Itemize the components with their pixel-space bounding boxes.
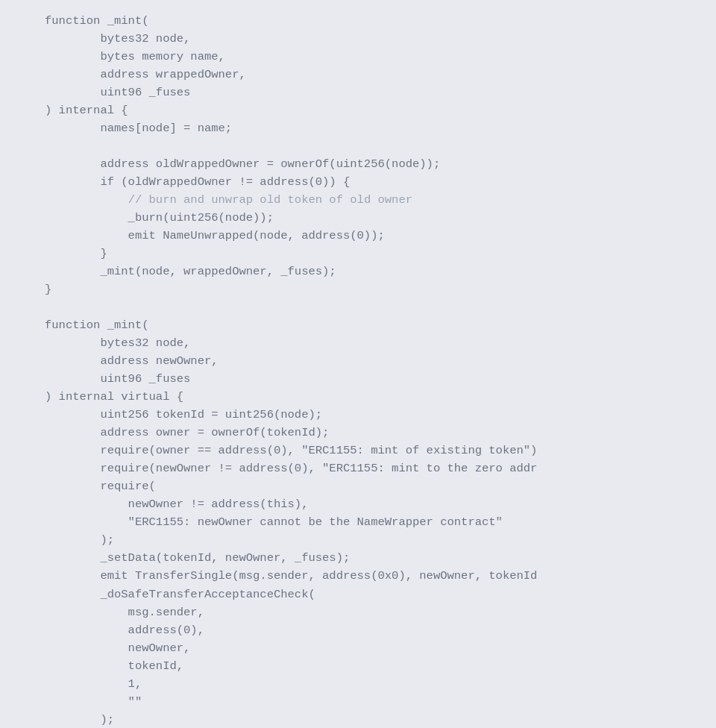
line-35: address(0), xyxy=(45,624,204,637)
line-33: _doSafeTransferAcceptanceCheck( xyxy=(45,588,315,601)
line-18: function _mint( xyxy=(45,318,149,332)
line-26: require(newOwner != address(0), "ERC1155… xyxy=(45,462,537,475)
code-block: function _mint( bytes32 node, bytes memo… xyxy=(45,12,701,728)
line-37: tokenId, xyxy=(45,659,183,673)
line-30: ); xyxy=(45,533,114,547)
line-5: uint96 _fuses xyxy=(45,86,190,99)
line-3: bytes memory name, xyxy=(45,50,225,63)
line-1: function _mint( xyxy=(45,14,149,28)
line-27: require( xyxy=(45,480,156,493)
line-36: newOwner, xyxy=(45,641,190,655)
line-10: if (oldWrappedOwner != address(0)) { xyxy=(45,175,350,189)
line-39: "" xyxy=(45,695,142,709)
line-31: _setData(tokenId, newOwner, _fuses); xyxy=(45,551,350,565)
line-12: _burn(uint256(node)); xyxy=(45,211,274,225)
line-32: emit TransferSingle(msg.sender, address(… xyxy=(45,569,537,583)
line-2: bytes32 node, xyxy=(45,32,190,46)
line-13: emit NameUnwrapped(node, address(0)); xyxy=(45,229,385,242)
line-28: newOwner != address(this), xyxy=(45,498,308,511)
line-24: address owner = ownerOf(tokenId); xyxy=(45,426,329,439)
line-7: names[node] = name; xyxy=(45,122,232,135)
line-9: address oldWrappedOwner = ownerOf(uint25… xyxy=(45,157,440,171)
line-14: } xyxy=(45,247,107,260)
line-22: ) internal virtual { xyxy=(45,390,183,404)
line-38: 1, xyxy=(45,677,142,691)
line-29: "ERC1155: newOwner cannot be the NameWra… xyxy=(45,515,503,529)
line-25: require(owner == address(0), "ERC1155: m… xyxy=(45,444,537,457)
line-21: uint96 _fuses xyxy=(45,372,190,386)
line-19: bytes32 node, xyxy=(45,336,190,350)
line-15: _mint(node, wrappedOwner, _fuses); xyxy=(45,265,336,278)
line-23: uint256 tokenId = uint256(node); xyxy=(45,408,322,421)
line-34: msg.sender, xyxy=(45,606,204,619)
code-viewer: function _mint( bytes32 node, bytes memo… xyxy=(0,0,716,728)
line-4: address wrappedOwner, xyxy=(45,68,246,81)
line-20: address newOwner, xyxy=(45,354,219,368)
line-16: } xyxy=(45,283,51,296)
line-6: ) internal { xyxy=(45,104,128,117)
line-11: // burn and unwrap old token of old owne… xyxy=(45,193,412,207)
line-40: ); xyxy=(45,713,114,727)
